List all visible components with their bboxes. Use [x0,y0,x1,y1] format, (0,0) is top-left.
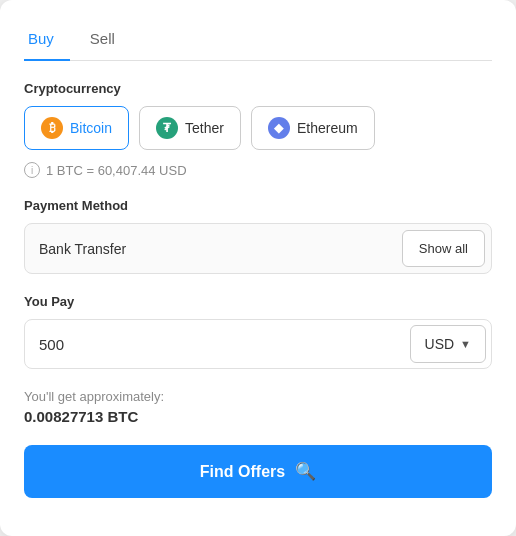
you-pay-row: USD ▼ [24,319,492,369]
chevron-down-icon: ▼ [460,338,471,350]
approx-label: You'll get approximately: [24,389,492,404]
crypto-options: ₿ Bitcoin ₮ Tether ◆ Ethereum [24,106,492,150]
tab-bar: Buy Sell [24,0,492,61]
you-pay-label: You Pay [24,294,492,309]
find-offers-button[interactable]: Find Offers 🔍 [24,445,492,498]
tab-sell[interactable]: Sell [86,20,131,61]
approx-section: You'll get approximately: 0.00827713 BTC [24,389,492,425]
bitcoin-icon: ₿ [41,117,63,139]
ethereum-label: Ethereum [297,120,358,136]
find-offers-label: Find Offers [200,463,285,481]
currency-selector[interactable]: USD ▼ [410,325,486,363]
crypto-btn-ethereum[interactable]: ◆ Ethereum [251,106,375,150]
cryptocurrency-label: Cryptocurrency [24,81,492,96]
approx-value: 0.00827713 BTC [24,408,492,425]
main-card: Buy Sell Cryptocurrency ₿ Bitcoin ₮ Teth… [0,0,516,536]
rate-info: i 1 BTC = 60,407.44 USD [24,162,492,178]
show-all-button[interactable]: Show all [402,230,485,267]
tab-buy[interactable]: Buy [24,20,70,61]
payment-method-row: Bank Transfer Show all [24,223,492,274]
rate-text: 1 BTC = 60,407.44 USD [46,163,187,178]
search-icon: 🔍 [295,461,316,482]
payment-method-label: Payment Method [24,198,492,213]
ethereum-icon: ◆ [268,117,290,139]
crypto-btn-bitcoin[interactable]: ₿ Bitcoin [24,106,129,150]
amount-input[interactable] [25,324,405,365]
tether-label: Tether [185,120,224,136]
crypto-btn-tether[interactable]: ₮ Tether [139,106,241,150]
tether-icon: ₮ [156,117,178,139]
payment-method-value: Bank Transfer [39,229,396,269]
bitcoin-label: Bitcoin [70,120,112,136]
info-icon: i [24,162,40,178]
currency-label: USD [425,336,455,352]
